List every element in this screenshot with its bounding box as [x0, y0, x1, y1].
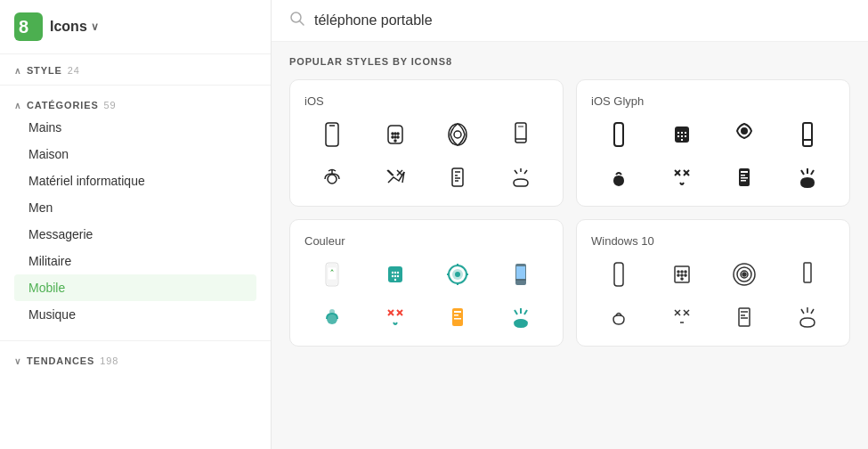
card-ios-glyph[interactable]: iOS Glyph [576, 79, 850, 207]
svg-rect-33 [681, 132, 683, 134]
ios-icon-1[interactable] [304, 120, 361, 149]
svg-rect-34 [685, 132, 686, 134]
sidebar-item-messagerie[interactable]: Messagerie [14, 221, 256, 248]
brand-chevron-icon: ∨ [91, 20, 99, 33]
sidebar-section-categories: ∧ CATÉGORIES 59 Mains Maison Matériel in… [0, 89, 271, 337]
glyph-icon-8[interactable] [780, 163, 836, 192]
svg-point-6 [392, 133, 393, 135]
search-input[interactable] [314, 12, 850, 29]
card-ios-glyph-title: iOS Glyph [591, 94, 835, 108]
section-title-tendances[interactable]: ∨ TENDANCES 198 [14, 355, 256, 366]
ios-icon-7[interactable] [430, 163, 486, 192]
sidebar-section-tendances: ∨ TENDANCES 198 [0, 345, 271, 371]
sidebar-item-militaire[interactable]: Militaire [14, 248, 256, 274]
win-icon-8[interactable] [780, 303, 836, 331]
svg-rect-47 [741, 171, 748, 173]
svg-rect-22 [452, 168, 463, 186]
win-icon-6[interactable] [654, 303, 710, 331]
ios-icon-5[interactable] [304, 163, 361, 192]
ios-icon-6[interactable] [368, 163, 424, 192]
svg-point-63 [397, 275, 399, 277]
svg-text:8: 8 [19, 17, 28, 37]
svg-rect-84 [614, 263, 623, 286]
svg-rect-49 [741, 177, 748, 179]
svg-point-62 [394, 275, 396, 277]
svg-rect-78 [454, 311, 461, 313]
glyph-icon-2[interactable] [654, 120, 710, 149]
svg-point-86 [677, 271, 679, 273]
svg-point-59 [394, 272, 396, 273]
svg-rect-103 [739, 308, 750, 326]
glyph-icon-7[interactable] [717, 163, 773, 192]
categories-label: CATÉGORIES [27, 100, 99, 110]
svg-point-72 [329, 309, 335, 314]
glyph-icon-3[interactable] [717, 120, 773, 149]
search-bar [272, 0, 868, 42]
couleur-icon-5[interactable] [304, 303, 361, 331]
glyph-icon-5[interactable] [591, 163, 647, 192]
ios-icon-2[interactable] [368, 120, 424, 149]
svg-rect-80 [454, 318, 461, 320]
svg-line-3 [300, 21, 304, 26]
section-title-categories[interactable]: ∧ CATÉGORIES 59 [14, 100, 256, 110]
svg-line-82 [524, 310, 527, 314]
win-icon-5[interactable] [591, 303, 647, 331]
svg-rect-79 [454, 314, 458, 316]
couleur-icon-3[interactable] [430, 260, 486, 289]
sidebar-item-mains[interactable]: Mains [14, 114, 256, 141]
ios-icon-3[interactable] [430, 120, 486, 149]
glyph-icon-1[interactable] [591, 120, 647, 149]
brand-name[interactable]: Icons ∨ [50, 19, 99, 35]
win-icon-7[interactable] [717, 303, 773, 331]
sidebar-section-style: ∧ STYLE 24 [0, 54, 271, 81]
svg-line-27 [515, 170, 517, 174]
card-windows10[interactable]: Windows 10 [576, 219, 850, 347]
couleur-icon-8[interactable] [493, 303, 549, 331]
win-icon-2[interactable] [654, 260, 710, 289]
card-couleur-title: Couleur [304, 234, 548, 248]
categories-count: 59 [104, 100, 117, 110]
style-chevron-icon: ∧ [14, 66, 21, 76]
glyph-icon-6[interactable] [654, 163, 710, 192]
sidebar-item-men[interactable]: Men [14, 194, 256, 221]
ios-icon-8[interactable] [493, 163, 549, 192]
svg-point-89 [677, 274, 679, 276]
svg-line-107 [801, 309, 804, 314]
sidebar-item-materiel[interactable]: Matériel informatique [14, 167, 256, 194]
search-icon [289, 11, 305, 30]
svg-rect-97 [804, 263, 811, 282]
couleur-icon-4[interactable] [493, 260, 549, 289]
style-label: STYLE [27, 65, 62, 76]
couleur-icon-2[interactable] [368, 260, 424, 289]
couleur-icon-6[interactable] [368, 303, 424, 331]
main-content: POPULAR STYLES BY ICONS8 iOS [272, 0, 868, 449]
style-count: 24 [68, 65, 80, 76]
win-icon-3[interactable] [717, 260, 773, 289]
svg-rect-38 [681, 139, 683, 141]
svg-point-12 [394, 140, 396, 142]
couleur-icon-7[interactable] [430, 303, 486, 331]
card-windows10-title: Windows 10 [591, 234, 835, 248]
svg-rect-32 [677, 132, 679, 134]
win-icon-1[interactable] [591, 260, 647, 289]
ios-icon-4[interactable] [493, 120, 549, 149]
couleur-icon-1[interactable] [304, 260, 361, 289]
sidebar-item-musique[interactable]: Musique [14, 301, 256, 328]
sidebar: 8 Icons ∨ ∧ STYLE 24 ∧ CATÉGORIES 59 Mai… [0, 0, 272, 449]
popular-label: POPULAR STYLES BY ICONS8 [289, 56, 850, 67]
divider-2 [0, 340, 271, 341]
card-ios[interactable]: iOS [289, 79, 564, 207]
svg-point-96 [742, 273, 746, 276]
win-icon-4[interactable] [780, 260, 836, 289]
section-title-style[interactable]: ∧ STYLE 24 [14, 65, 256, 76]
brand-logo: 8 [14, 12, 43, 41]
card-couleur[interactable]: Couleur [289, 219, 564, 347]
svg-point-87 [681, 271, 683, 273]
svg-rect-4 [326, 123, 338, 146]
content-area: POPULAR STYLES BY ICONS8 iOS [272, 42, 868, 449]
glyph-icon-4[interactable] [780, 120, 836, 149]
svg-rect-50 [741, 180, 746, 182]
tendances-label: TENDANCES [27, 355, 94, 366]
sidebar-item-mobile[interactable]: Mobile [14, 274, 256, 301]
sidebar-item-maison[interactable]: Maison [14, 141, 256, 167]
